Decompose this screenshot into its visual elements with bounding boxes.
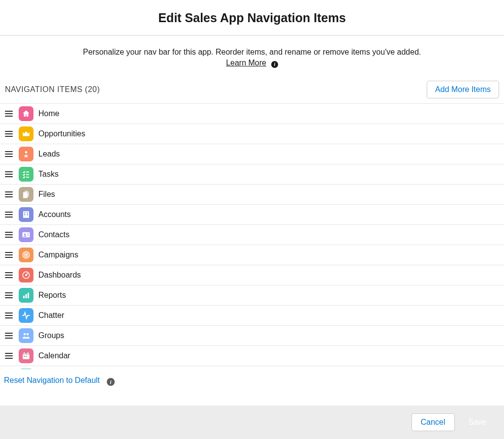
drag-handle-icon[interactable] — [4, 109, 14, 119]
drag-handle-icon[interactable] — [4, 331, 14, 341]
reset-row: Reset Navigation to Default i — [0, 369, 504, 393]
nav-item-label: Campaigns — [38, 251, 78, 259]
svg-point-17 — [26, 274, 27, 275]
svg-point-10 — [24, 233, 26, 235]
generic-icon — [19, 369, 33, 369]
nav-item-label: Accounts — [38, 210, 71, 219]
svg-point-0 — [25, 151, 28, 154]
svg-rect-6 — [27, 212, 28, 213]
drag-handle-icon[interactable] — [4, 270, 14, 280]
nav-item-label: Dashboards — [38, 271, 81, 280]
svg-rect-28 — [26, 356, 27, 357]
nav-item-label: Home — [38, 109, 60, 118]
drag-handle-icon[interactable] — [4, 210, 14, 220]
info-icon[interactable]: i — [271, 61, 278, 68]
crown-icon — [19, 126, 33, 141]
svg-point-21 — [24, 333, 26, 335]
nav-item-row[interactable]: Chatter — [0, 306, 504, 326]
drag-handle-icon[interactable] — [4, 290, 14, 300]
svg-point-15 — [26, 254, 27, 255]
nav-item-label: Chatter — [38, 311, 64, 320]
svg-point-22 — [27, 333, 29, 335]
nav-item-label: Calendar — [38, 351, 70, 360]
svg-rect-27 — [24, 356, 25, 357]
drag-handle-icon[interactable] — [4, 149, 14, 159]
dialog-header: Edit Sales App Navigation Items — [0, 0, 504, 36]
contact-card-icon — [19, 227, 33, 242]
nav-item-row[interactable]: Campaigns — [0, 245, 504, 265]
people-icon — [19, 328, 33, 343]
subheader: Personalize your nav bar for this app. R… — [0, 36, 504, 81]
nav-item-label: Opportunities — [38, 129, 85, 138]
nav-item-row[interactable]: Contacts — [0, 225, 504, 245]
nav-item-row[interactable]: Opportunities — [0, 124, 504, 144]
page-title: Edit Sales App Navigation Items — [0, 11, 504, 25]
home-icon — [19, 106, 33, 121]
files-icon — [19, 187, 33, 202]
nav-item-row[interactable]: Calendar — [0, 346, 504, 366]
svg-rect-18 — [23, 295, 25, 298]
svg-rect-5 — [24, 212, 25, 213]
svg-rect-7 — [24, 214, 25, 215]
nav-item-label: Groups — [38, 331, 64, 340]
section-title: NAVIGATION ITEMS (20) — [5, 85, 100, 94]
svg-rect-8 — [27, 214, 28, 215]
drag-handle-icon[interactable] — [4, 351, 14, 361]
navigation-items-list[interactable]: HomeOpportunitiesLeadsTasksFilesAccounts… — [0, 103, 504, 369]
bar-chart-icon — [19, 288, 33, 303]
learn-more-link[interactable]: Learn More — [226, 59, 266, 67]
subheader-text: Personalize your nav bar for this app. R… — [83, 48, 421, 56]
calendar-icon — [19, 348, 33, 363]
nav-item-row[interactable]: Groups — [0, 326, 504, 346]
cancel-button[interactable]: Cancel — [411, 413, 455, 431]
target-icon — [19, 248, 33, 262]
svg-rect-4 — [23, 211, 29, 218]
nav-item-label: Contacts — [38, 230, 69, 239]
nav-item-row[interactable]: Dashboards — [0, 265, 504, 285]
nav-item-row[interactable]: Files — [0, 185, 504, 205]
save-button[interactable]: Save — [460, 414, 495, 431]
section-bar: NAVIGATION ITEMS (20) Add More Items — [0, 81, 504, 103]
pulse-icon — [19, 308, 33, 323]
drag-handle-icon[interactable] — [4, 129, 14, 139]
checklist-icon — [19, 167, 33, 182]
drag-handle-icon[interactable] — [4, 250, 14, 260]
nav-item-row[interactable]: Leads — [0, 144, 504, 164]
add-more-items-button[interactable]: Add More Items — [427, 81, 499, 98]
svg-rect-24 — [23, 353, 30, 354]
building-icon — [19, 207, 33, 222]
nav-item-label: Leads — [38, 150, 60, 158]
dialog-footer: Cancel Save — [0, 406, 504, 439]
drag-handle-icon[interactable] — [4, 189, 14, 199]
nav-item-label: Reports — [38, 291, 66, 300]
gauge-icon — [19, 268, 33, 282]
drag-handle-icon[interactable] — [4, 311, 14, 320]
star-person-icon — [19, 147, 33, 161]
nav-item-row[interactable]: Home — [0, 104, 504, 124]
info-icon[interactable]: i — [107, 378, 115, 386]
drag-handle-icon[interactable] — [4, 169, 14, 179]
nav-item-label: Files — [38, 190, 55, 199]
reset-navigation-link[interactable]: Reset Navigation to Default — [4, 376, 100, 384]
nav-item-label: Tasks — [38, 170, 59, 179]
svg-rect-20 — [28, 292, 29, 298]
drag-handle-icon[interactable] — [4, 230, 14, 240]
nav-item-row[interactable]: Reports — [0, 285, 504, 306]
nav-item-row[interactable]: Accounts — [0, 205, 504, 225]
svg-rect-19 — [26, 294, 27, 298]
nav-item-row[interactable]: Tasks — [0, 164, 504, 185]
